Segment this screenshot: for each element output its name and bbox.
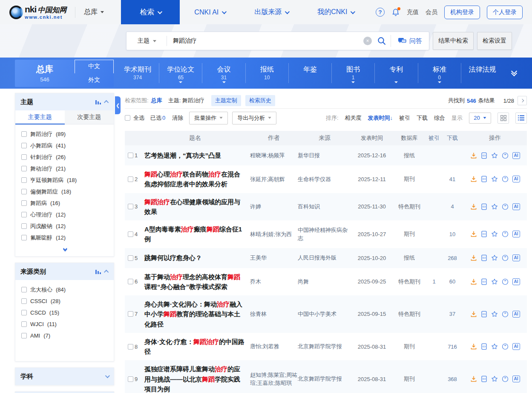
quote-icon[interactable]: ” xyxy=(502,176,509,182)
bar-chart-icon[interactable] xyxy=(95,269,101,274)
download-icon[interactable] xyxy=(470,376,477,382)
quote-icon[interactable]: ” xyxy=(502,376,509,382)
filter-checkbox-item[interactable]: AMI (7) xyxy=(21,330,114,341)
filter-checkbox-item[interactable]: 北大核心 (84) xyxy=(21,284,114,295)
search-in-results-button[interactable]: 结果中检索 xyxy=(433,32,474,50)
ai-assistant-icon[interactable]: AI xyxy=(512,376,520,382)
library-switch-dropdown[interactable]: 总库 xyxy=(84,8,104,17)
result-authors[interactable]: 乔木 xyxy=(250,278,261,285)
filter-checkbox[interactable] xyxy=(21,310,27,315)
row-checkbox[interactable] xyxy=(128,255,133,261)
html-read-icon[interactable] xyxy=(481,254,487,261)
ai-assistant-icon[interactable]: AI xyxy=(512,311,520,318)
ai-assistant-icon[interactable]: AI xyxy=(512,278,520,285)
search-icon[interactable] xyxy=(377,36,386,46)
sort-option[interactable]: 被引↓ xyxy=(399,114,410,122)
result-authors[interactable]: 唐怡;刘若雅 xyxy=(250,343,279,350)
filter-checkbox-item[interactable]: 舞蹈治疗 (89) xyxy=(21,128,114,140)
chevron-up-icon[interactable] xyxy=(104,100,109,105)
html-read-icon[interactable] xyxy=(481,343,487,350)
scope-chip-button[interactable]: 主题定制 xyxy=(211,95,241,106)
database-tab[interactable]: 报纸 10 xyxy=(245,63,288,83)
favorite-star-icon[interactable] xyxy=(491,343,498,350)
filter-checkbox[interactable] xyxy=(21,154,27,160)
filter-checkbox[interactable] xyxy=(21,189,27,194)
database-tab[interactable]: 法律法规 xyxy=(461,63,504,83)
result-authors[interactable]: 张延芹;高朝辉 xyxy=(250,176,285,182)
filter-checkbox[interactable] xyxy=(21,298,27,304)
more-databases-icon[interactable] xyxy=(504,71,524,75)
clear-search-icon[interactable]: × xyxy=(363,37,372,45)
bar-chart-icon[interactable] xyxy=(95,99,101,104)
result-title-link[interactable]: 舞蹈治疗在心理健康领域的应用与效果 xyxy=(144,197,246,217)
row-checkbox[interactable] xyxy=(128,311,133,317)
ai-assistant-icon[interactable]: AI xyxy=(512,343,520,350)
filter-checkbox[interactable] xyxy=(21,131,27,137)
download-icon[interactable] xyxy=(470,278,477,285)
database-tab[interactable]: 图书 1 xyxy=(331,63,374,83)
result-source-link[interactable]: 人民日报海外版 xyxy=(298,254,336,261)
result-title-link[interactable]: A型肉毒毒素治疗瘢痕舞蹈综合征1例 xyxy=(144,224,246,244)
filter-checkbox[interactable] xyxy=(21,200,27,206)
sort-option[interactable]: 发表时间↓ xyxy=(368,114,393,122)
filter-checkbox-item[interactable]: 偏侧舞蹈症 (18) xyxy=(21,186,114,197)
select-all-label[interactable]: 全选 xyxy=(133,114,144,122)
grid-view-button[interactable] xyxy=(497,113,509,124)
select-all-checkbox[interactable] xyxy=(125,115,130,121)
row-checkbox[interactable] xyxy=(128,153,133,158)
filter-checkbox[interactable] xyxy=(21,166,27,171)
filter-checkbox[interactable] xyxy=(21,177,27,183)
filter-checkbox[interactable] xyxy=(21,223,27,229)
result-source-link[interactable]: 新华日报 xyxy=(298,152,320,159)
quote-icon[interactable]: ” xyxy=(502,203,509,210)
filter-checkbox[interactable] xyxy=(21,287,27,292)
html-read-icon[interactable] xyxy=(481,176,487,182)
favorite-star-icon[interactable] xyxy=(491,152,498,159)
chevron-up-icon[interactable] xyxy=(104,270,109,275)
search-field-dropdown[interactable]: 主题 xyxy=(127,37,167,45)
top-nav-item[interactable]: 我的CNKI xyxy=(303,0,368,24)
result-title-link[interactable]: 基于舞动治疗理念的高校体育舞蹈课程“身心融合”教学模式探索 xyxy=(144,272,246,292)
ai-assistant-icon[interactable]: AI xyxy=(512,254,520,261)
topic-tab[interactable]: 主要主题 xyxy=(15,110,65,124)
database-tab[interactable]: 学位论文 65 xyxy=(159,63,202,83)
page-size-dropdown[interactable]: 20 xyxy=(469,113,491,124)
quote-icon[interactable]: ” xyxy=(502,343,509,350)
org-login-button[interactable]: 机构登录 xyxy=(444,6,480,19)
result-authors[interactable]: 赵知博;陈莱宣;周祐瑄;王嘉欣;陈昭琪 xyxy=(250,372,297,387)
ai-assistant-icon[interactable]: AI xyxy=(512,231,520,237)
search-input[interactable] xyxy=(167,38,363,44)
result-title-link[interactable]: 跳舞何以疗愈身心？ xyxy=(144,253,246,263)
sidebar-collapse-handle[interactable]: ❮ xyxy=(115,96,121,114)
result-source-link[interactable]: 百科知识 xyxy=(298,203,320,210)
favorite-star-icon[interactable] xyxy=(491,376,498,382)
help-icon[interactable]: ? xyxy=(376,8,385,17)
batch-action-dropdown[interactable]: 批量操作 xyxy=(189,112,228,124)
html-read-icon[interactable] xyxy=(481,152,487,159)
database-tab[interactable]: 专利 xyxy=(374,63,417,83)
quote-icon[interactable]: ” xyxy=(502,311,509,318)
source-category-header[interactable]: 来源类别 xyxy=(15,263,114,280)
search-settings-button[interactable]: 检索设置 xyxy=(477,32,512,50)
html-read-icon[interactable] xyxy=(481,231,487,237)
notification-bell-icon[interactable] xyxy=(391,8,400,17)
cnki-logo[interactable]: nki 中国知网 www.cnki.net xyxy=(9,5,66,20)
top-nav-item[interactable]: 检索 xyxy=(121,0,180,24)
next-page-button[interactable] xyxy=(518,96,527,105)
filter-checkbox-item[interactable]: 舞蹈病 (16) xyxy=(21,197,114,209)
db-total-library-tab[interactable]: 总库 546 中文 外文 xyxy=(15,60,114,87)
favorite-star-icon[interactable] xyxy=(491,176,498,182)
download-icon[interactable] xyxy=(470,203,477,210)
result-source-link[interactable]: 生命科学仪器 xyxy=(298,176,331,182)
quote-icon[interactable]: ” xyxy=(502,231,509,237)
subject-panel-header[interactable]: 学科 xyxy=(15,368,114,385)
vip-link[interactable]: 会员 xyxy=(426,9,437,16)
clear-selection-button[interactable]: 清除 xyxy=(172,114,183,122)
list-view-button[interactable] xyxy=(515,113,527,124)
filter-checkbox-item[interactable]: 小舞蹈病 (41) xyxy=(21,140,114,151)
quote-icon[interactable]: ” xyxy=(502,254,509,261)
scope-chip-button[interactable]: 检索历史 xyxy=(245,95,275,106)
download-icon[interactable] xyxy=(470,311,477,318)
database-tab[interactable]: 会议 31 xyxy=(202,63,245,83)
chevron-down-icon[interactable] xyxy=(105,373,110,378)
